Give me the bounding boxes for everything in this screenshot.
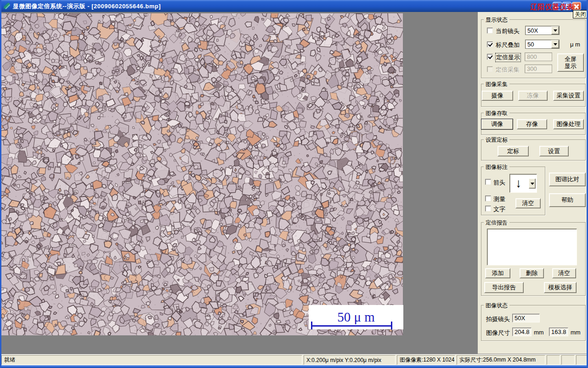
group-image-storage-label: 图像存取 — [484, 109, 509, 117]
statusbar-pixel-scale: X:0.200μ m/pix Y:0.200μ m/pix — [304, 355, 396, 365]
fullscreen-button-line2: 显示 — [565, 63, 577, 69]
export-report-button[interactable]: 导出报告 — [484, 282, 524, 293]
current-lens-value: 50X — [526, 26, 551, 34]
group-image-status-label: 图像状态 — [484, 302, 509, 310]
app-icon — [3, 2, 11, 10]
fullscreen-button[interactable]: 全屏 显示 — [557, 53, 584, 72]
save-image-button[interactable]: 存像 — [517, 119, 547, 129]
ruler-overlay-label: 标尺叠加 — [496, 41, 520, 49]
fixed-capture-label: 定倍采集 — [496, 66, 520, 74]
group-calibration-label: 设置定标 — [484, 136, 509, 144]
text-checkbox[interactable] — [485, 206, 491, 212]
close-tooltip: 关闭 — [573, 10, 588, 18]
calibrate-button[interactable]: 定标 — [498, 146, 529, 156]
ruler-value: 50 — [526, 40, 551, 48]
ruler-unit-label: μ m — [570, 41, 580, 48]
statusbar-empty-panel — [547, 355, 560, 365]
statusbar-actual-size: 实际尺寸:256.0mm X 204.8mm — [457, 355, 545, 365]
measure-checkbox-label: 测量 — [493, 195, 505, 203]
scalebar-label: 50 μ m — [337, 310, 375, 325]
chevron-down-icon[interactable] — [551, 40, 559, 48]
template-select-button[interactable]: 模板选择 — [544, 282, 577, 293]
text-checkbox-label: 文字 — [493, 205, 505, 213]
statusbar-divider — [0, 354, 588, 355]
report-delete-button[interactable]: 删除 — [520, 268, 544, 278]
fixed-display-input: 800 — [525, 52, 552, 61]
capture-settings-button[interactable]: 采集设置 — [553, 91, 584, 101]
fixed-capture-input: 300 — [525, 64, 552, 73]
height-unit-label: mm — [571, 329, 581, 336]
title-bar: 显微图像定倍系统--演示版 - [20090602055646.bmp] 辽阳仪… — [0, 0, 588, 12]
vendor-watermark: 辽阳仪器仪表 — [530, 3, 574, 12]
ruler-overlay-checkbox[interactable] — [487, 41, 493, 47]
image-height-field: 163.8 — [549, 328, 568, 336]
chevron-down-icon[interactable] — [551, 26, 559, 34]
atlas-compare-button[interactable]: 图谱比对 — [549, 172, 586, 186]
window-bottom-border — [0, 365, 588, 368]
fullscreen-button-line1: 全屏 — [565, 56, 577, 63]
scalebar-line — [311, 325, 392, 327]
current-lens-label: 当前镜头 — [496, 27, 520, 35]
group-report-label: 定倍报告 — [484, 219, 509, 227]
chevron-down-icon[interactable] — [529, 178, 536, 189]
load-image-button[interactable]: 调像 — [481, 119, 513, 130]
image-process-button[interactable]: 图像处理 — [553, 119, 584, 129]
lens-field-label: 拍摄镜头 — [486, 315, 510, 323]
group-display-status-label: 显示状态 — [484, 16, 509, 24]
measure-checkbox[interactable] — [485, 196, 491, 201]
freeze-button: 冻像 — [518, 91, 548, 101]
lens-field: 50X — [512, 314, 540, 322]
current-lens-select[interactable]: 50X — [525, 26, 560, 35]
statusbar-empty-panel — [561, 355, 575, 365]
report-listbox[interactable] — [487, 229, 577, 265]
arrow-checkbox-label: 箭头 — [493, 178, 505, 187]
down-arrow-icon: ↓ — [515, 177, 522, 190]
calibration-settings-button[interactable]: 设置 — [539, 146, 569, 156]
help-button[interactable]: 帮助 — [549, 193, 586, 207]
group-calibration: 设置定标 — [481, 139, 586, 161]
annotation-clear-button[interactable]: 清空 — [515, 198, 541, 208]
fixed-capture-checkbox — [487, 66, 493, 72]
arrow-style-select[interactable]: ↓ — [509, 174, 537, 193]
scalebar-tick-right — [391, 322, 392, 329]
shoot-button[interactable]: 摄像 — [481, 91, 513, 101]
statusbar-ready: 就绪 — [1, 355, 302, 365]
current-lens-checkbox[interactable] — [487, 28, 493, 34]
statusbar-empty-panel — [576, 355, 588, 365]
statusbar-image-pixels: 图像像素:1280 X 1024 — [397, 355, 455, 365]
fixed-display-checkbox[interactable] — [487, 54, 493, 60]
window-title: 显微图像定倍系统--演示版 - [20090602055646.bmp] — [13, 2, 161, 11]
group-image-capture-label: 图像采集 — [484, 80, 509, 88]
ruler-value-select[interactable]: 50 — [525, 40, 560, 49]
app-window: 显微图像定倍系统--演示版 - [20090602055646.bmp] 辽阳仪… — [0, 0, 588, 368]
report-add-button[interactable]: 添加 — [485, 268, 510, 278]
fixed-display-label: 定倍显示 — [496, 53, 520, 62]
scalebar-tick-left — [311, 322, 312, 329]
group-annotation-label: 图像标注 — [484, 163, 509, 171]
image-width-field: 204.8 — [512, 328, 531, 336]
width-unit-label: mm — [534, 329, 544, 336]
image-client-area: 50 μ m — [1, 12, 478, 354]
microscope-image[interactable] — [1, 13, 403, 335]
arrow-checkbox[interactable] — [485, 179, 491, 185]
size-field-label: 图像尺寸 — [486, 329, 510, 337]
report-clear-button[interactable]: 清空 — [552, 268, 576, 278]
